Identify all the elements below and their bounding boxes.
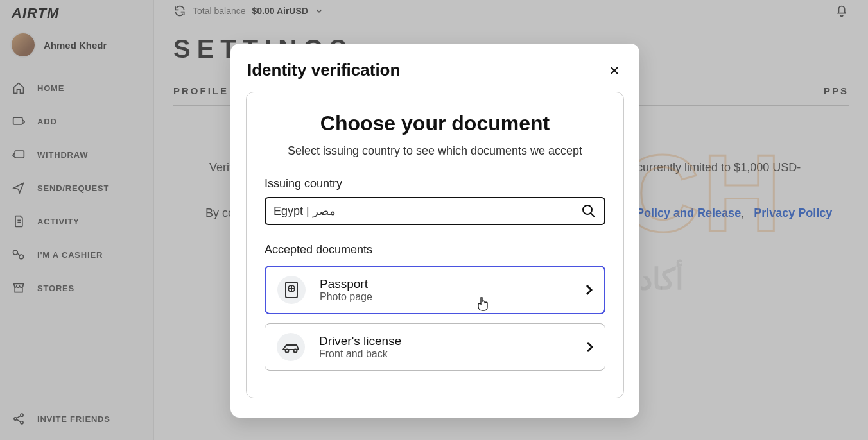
document-passport[interactable]: Passport Photo page <box>265 266 605 314</box>
accepted-label: Accepted documents <box>265 243 605 257</box>
panel-subheading: Select issuing country to see which docu… <box>265 144 605 158</box>
chevron-right-icon <box>586 341 593 353</box>
search-icon <box>581 203 596 219</box>
document-subtitle: Photo page <box>320 291 372 303</box>
svg-point-7 <box>583 205 592 214</box>
document-panel: Choose your document Select issuing coun… <box>246 92 624 398</box>
country-select[interactable] <box>265 197 605 225</box>
car-icon <box>277 333 305 361</box>
document-title: Driver's license <box>319 334 401 348</box>
document-subtitle: Front and back <box>319 348 401 360</box>
document-title: Passport <box>320 277 372 291</box>
svg-point-10 <box>286 350 289 353</box>
panel-heading: Choose your document <box>265 112 605 135</box>
svg-point-11 <box>294 350 297 353</box>
close-button[interactable] <box>606 62 623 79</box>
country-label: Issuing country <box>265 177 605 190</box>
modal-title: Identity verification <box>247 60 400 80</box>
chevron-right-icon <box>585 284 593 296</box>
country-input[interactable] <box>273 205 581 218</box>
identity-verification-modal: Identity verification Choose your docume… <box>230 44 639 418</box>
document-drivers-license[interactable]: Driver's license Front and back <box>265 323 605 371</box>
passport-icon <box>277 276 306 304</box>
